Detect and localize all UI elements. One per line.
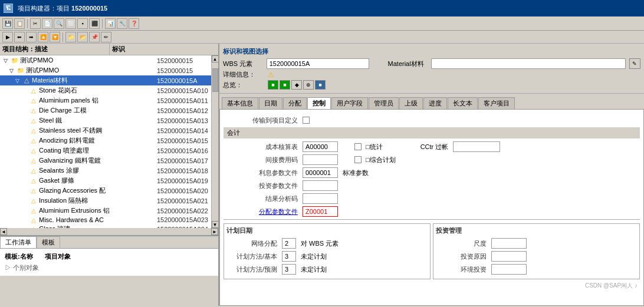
horiz-track[interactable] [7, 228, 211, 235]
expand-icon[interactable]: ▽ [15, 78, 22, 84]
toolbar-btn-save[interactable]: 💾 [2, 18, 13, 29]
tree-item[interactable]: △ Stainless steel 不銹鋼 1520000015A014 [0, 126, 211, 136]
network-dist-row: 网络分配 对 WBS 元素 [226, 237, 428, 249]
material-edit-btn[interactable]: ✎ [629, 58, 640, 69]
scroll-up-btn[interactable]: ▲ [212, 55, 219, 62]
tab-parent[interactable]: 上级 [399, 97, 423, 109]
tree-item-id: 1520000015A013 [157, 117, 210, 124]
tree-item[interactable]: △ Insulation 隔熱棉 1520000015A021 [0, 196, 211, 206]
overview-icon-plus[interactable]: ⊕ [303, 80, 314, 90]
tree-item[interactable]: ▽ 📁 测试PMMO 1520000015 [0, 65, 211, 75]
toolbar-btn-9[interactable]: 📊 [105, 18, 116, 29]
toolbar-btn-4[interactable]: 📄 [42, 18, 52, 29]
scroll-left-btn[interactable]: ◄ [0, 228, 7, 235]
tree-item[interactable]: △ Die Charge 工模 1520000015A012 [0, 105, 211, 115]
tree-item[interactable]: △ Stone 花岗石 1520000015A010 [0, 85, 211, 95]
toolbar2-btn3[interactable]: ➡ [26, 32, 37, 42]
invest-param-input[interactable] [303, 180, 338, 191]
tree-item-id: 1520000015A021 [157, 197, 210, 204]
indirect-cost-input[interactable] [303, 154, 338, 165]
cost-table-input[interactable] [303, 141, 338, 152]
tree-item[interactable]: △ Aluminium Extrusions 铝 1520000015A022 [0, 206, 211, 216]
tab-template[interactable]: 模板 [37, 236, 60, 248]
tab-content-control: 传输到项目定义 会计 成本核算表 □统计 CCtr 过帐 间接费用码 [219, 109, 644, 306]
overview-icon-blue[interactable]: ■ [315, 80, 326, 90]
tree-area[interactable]: ▽ 📁 测试PMMO 1520000015 ▽ 📁 测试PMMO 1520000… [0, 55, 211, 228]
toolbar2-btn8[interactable]: 📌 [89, 32, 100, 42]
interest-param-input[interactable] [303, 167, 338, 178]
toolbar-btn-5[interactable]: 🔍 [54, 18, 64, 29]
tree-item[interactable]: △ Glazing Accessories 配 1520000015A020 [0, 186, 211, 196]
toolbar-btn-3[interactable]: ✂ [30, 18, 41, 29]
material-input[interactable] [431, 58, 625, 69]
tree-item-label: Galvanizing 鐵料電鍍 [39, 156, 155, 165]
tab-progress[interactable]: 进度 [423, 97, 447, 109]
scroll-track[interactable] [212, 62, 219, 221]
toolbar-btn-7[interactable]: ▪ [77, 18, 88, 29]
tree-item[interactable]: △ Glass 玻璃 1520000015A024 [0, 224, 211, 228]
transfer-checkbox[interactable] [303, 117, 310, 124]
scroll-right-btn[interactable]: ► [211, 228, 218, 235]
scale-input[interactable] [491, 238, 527, 249]
invest-mgmt-title: 投资管理 [436, 226, 637, 235]
toolbar2-btn9[interactable]: ✏ [101, 32, 111, 42]
overview-icon-green2[interactable]: ■ [280, 80, 290, 90]
toolbar-btn-2[interactable]: 📋 [14, 18, 25, 29]
tree-item[interactable]: △ Galvanizing 鐵料電鍍 1520000015A017 [0, 156, 211, 166]
tree-item[interactable]: △ Misc. Hardwares & AC 1520000015A023 [0, 216, 211, 224]
toolbar2-btn4[interactable]: 🔼 [38, 32, 48, 42]
stats-checkbox[interactable] [354, 143, 362, 150]
bottom-sections: 计划日期 网络分配 对 WBS 元素 计划方法/基本 未定计划 [224, 223, 640, 279]
dist-param-label[interactable]: 分配参数文件 [224, 207, 300, 216]
result-code-input[interactable] [303, 193, 338, 204]
tree-scrollbar[interactable]: ▲ ▼ [211, 55, 218, 228]
expand-icon [22, 198, 29, 204]
tab-customer[interactable]: 客户项目 [478, 97, 515, 109]
tree-item[interactable]: △ Gasket 膠條 1520000015A019 [0, 176, 211, 186]
expand-icon[interactable]: ▽ [4, 58, 11, 64]
overview-icon-green1[interactable]: ■ [268, 80, 278, 90]
tab-distribution[interactable]: 分配 [283, 97, 307, 109]
toolbar2-btn5[interactable]: 🔽 [50, 32, 60, 42]
tab-userfields[interactable]: 用户字段 [331, 97, 368, 109]
expand-icon[interactable]: ▽ [9, 68, 17, 74]
comprehensive-checkbox[interactable] [354, 156, 362, 163]
tree-item[interactable]: △ Anodizing 鋁料電鍍 1520000015A015 [0, 136, 211, 146]
tab-worklist[interactable]: 工作清单 [0, 236, 37, 248]
invest-reason-input[interactable] [491, 251, 527, 262]
tree-horiz-scroll[interactable]: ◄ ► [0, 228, 218, 235]
tab-admin[interactable]: 管理员 [369, 97, 399, 109]
tree-item[interactable]: △ Steel 鐵 1520000015A013 [0, 115, 211, 126]
toolbar-btn-11[interactable]: ❓ [129, 18, 139, 29]
toolbar2-btn6[interactable]: 📁 [65, 32, 76, 42]
dist-param-input[interactable] [303, 206, 338, 217]
tree-item[interactable]: △ Sealants 涂膠 1520000015A018 [0, 166, 211, 176]
wbs-input[interactable] [267, 58, 369, 69]
cctr-input[interactable] [453, 141, 500, 152]
toolbar2-btn2[interactable]: ⬅ [14, 32, 25, 42]
material-label: Material材料 [388, 60, 428, 68]
network-dist-input[interactable] [282, 238, 296, 249]
tab-control[interactable]: 控制 [307, 97, 331, 109]
plan-method-basic-input[interactable] [282, 251, 296, 262]
toolbar2-btn1[interactable]: ▶ [2, 32, 13, 42]
wbs-row: WBS 元素 Material材料 ✎ [223, 58, 640, 69]
tree-item[interactable]: ▽ 📁 测试PMMO 1520000015 [0, 55, 211, 65]
overview-icon-diamond[interactable]: ◆ [291, 80, 302, 90]
toolbar-btn-10[interactable]: 🔧 [117, 18, 127, 29]
toolbar-btn-8[interactable]: ⬛ [89, 18, 100, 29]
scroll-down-btn[interactable]: ▼ [212, 221, 219, 228]
tree-item[interactable]: △ Coating 噴塗處理 1520000015A016 [0, 146, 211, 156]
env-invest-input[interactable] [491, 264, 527, 275]
tab-basicinfo[interactable]: 基本信息 [222, 97, 258, 109]
scroll-thumb[interactable] [212, 68, 218, 92]
toolbar2: ▶ ⬅ ➡ 🔼 🔽 📁 📂 📌 ✏ [0, 31, 644, 44]
toolbar2-btn7[interactable]: 📂 [77, 32, 88, 42]
scale-row: 尺度 [436, 237, 637, 249]
tab-longtext[interactable]: 长文本 [448, 97, 478, 109]
plan-method-forecast-input[interactable] [282, 264, 296, 275]
tree-item[interactable]: △ Aluminium panels 铝 1520000015A011 [0, 95, 211, 105]
tab-date[interactable]: 日期 [259, 97, 282, 109]
toolbar-btn-6[interactable]: ⬜ [65, 18, 76, 29]
tree-item-selected[interactable]: ▽ △ Material材料 1520000015A [0, 75, 211, 85]
